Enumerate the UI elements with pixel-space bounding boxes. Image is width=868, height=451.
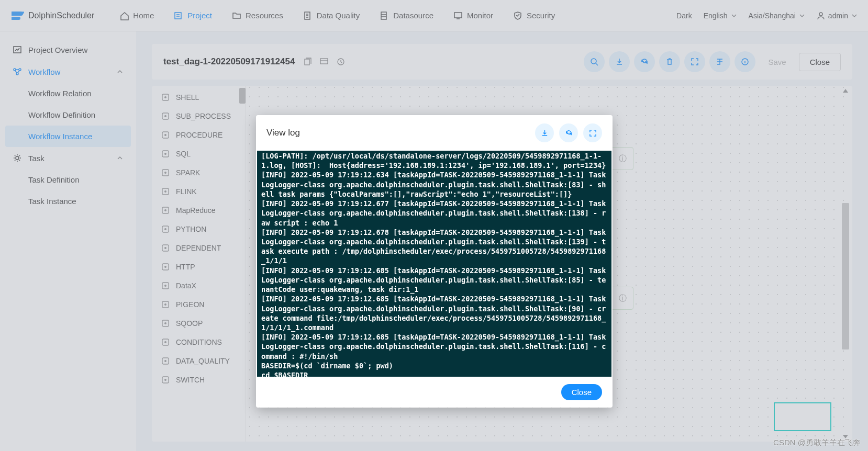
modal-title: View log <box>266 128 300 138</box>
modal-close-button[interactable]: Close <box>561 384 602 400</box>
log-refresh-button[interactable] <box>559 123 578 142</box>
view-log-modal: View log [LOG-PATH]: /opt/usr/local/ds/s… <box>256 115 613 408</box>
download-icon <box>541 129 549 137</box>
log-fullscreen-button[interactable] <box>583 123 602 142</box>
fullscreen-icon <box>589 129 597 137</box>
log-content[interactable]: [LOG-PATH]: /opt/usr/local/ds/standalone… <box>257 151 611 377</box>
watermark: CSDN @勇敢羊羊在飞奔 <box>773 438 861 448</box>
log-download-button[interactable] <box>535 123 554 142</box>
refresh-icon <box>565 129 573 137</box>
